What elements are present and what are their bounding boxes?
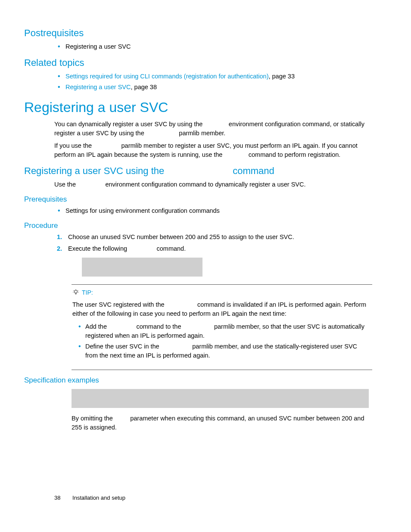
sub-heading: Registering a user SVC using the command bbox=[24, 165, 372, 177]
list-item: Define the user SVC in the parmlib membe… bbox=[72, 342, 370, 360]
paragraph: By omitting the parameter when executing… bbox=[72, 414, 372, 432]
main-heading: Registering a user SVC bbox=[24, 100, 372, 115]
page-footer: 38 Installation and setup bbox=[54, 495, 125, 501]
related-topics-heading: Related topics bbox=[24, 57, 372, 68]
paragraph: If you use the parmlib member to registe… bbox=[54, 141, 372, 159]
footer-section: Installation and setup bbox=[72, 495, 125, 501]
paragraph: You can dynamically register a user SVC … bbox=[54, 120, 372, 138]
step-text: Execute the following command. bbox=[68, 245, 186, 252]
list-item: Add the command to the parmlib member, s… bbox=[72, 322, 370, 340]
prerequisites-heading: Prerequisites bbox=[24, 195, 372, 204]
page-number: 38 bbox=[54, 495, 60, 501]
code-block bbox=[72, 389, 369, 408]
procedure-body: Choose an unused SVC number between 200 … bbox=[54, 233, 372, 277]
main-body: You can dynamically register a user SVC … bbox=[54, 120, 372, 159]
prerequisites-body: Settings for using environment configura… bbox=[54, 206, 372, 215]
lightbulb-icon bbox=[72, 289, 79, 296]
sub-body: Use the environment configuration comman… bbox=[54, 180, 372, 189]
tip-header: TIP: bbox=[72, 288, 370, 297]
list-item: Settings required for using CLI commands… bbox=[54, 72, 372, 81]
postrequisites-heading: Postrequisites bbox=[24, 28, 372, 39]
tip-paragraph: The user SVC registered with the command… bbox=[72, 300, 370, 318]
step-item: Execute the following command. bbox=[54, 244, 372, 277]
related-suffix-2: , page 38 bbox=[131, 84, 157, 90]
related-suffix-1: , page 33 bbox=[268, 73, 294, 80]
list-item: Registering a user SVC, page 38 bbox=[54, 83, 372, 92]
paragraph: Use the environment configuration comman… bbox=[54, 180, 372, 189]
related-topics-body: Settings required for using CLI commands… bbox=[54, 72, 372, 92]
postrequisites-body: Registering a user SVC bbox=[54, 42, 372, 51]
code-block bbox=[82, 258, 202, 277]
related-link-2[interactable]: Registering a user SVC bbox=[65, 84, 131, 90]
step-item: Choose an unused SVC number between 200 … bbox=[54, 233, 372, 242]
tip-wrapper: TIP: The user SVC registered with the co… bbox=[54, 284, 372, 370]
spec-heading: Specification examples bbox=[24, 376, 372, 385]
list-item: Registering a user SVC bbox=[54, 42, 372, 51]
spec-body: By omitting the parameter when executing… bbox=[54, 389, 372, 432]
page: Postrequisites Registering a user SVC Re… bbox=[0, 0, 411, 532]
tip-note: TIP: The user SVC registered with the co… bbox=[72, 284, 372, 370]
related-link-1[interactable]: Settings required for using CLI commands… bbox=[65, 73, 268, 80]
tip-label: TIP: bbox=[82, 288, 93, 297]
list-item: Settings for using environment configura… bbox=[54, 206, 372, 215]
procedure-heading: Procedure bbox=[24, 221, 372, 230]
svg-point-0 bbox=[75, 290, 78, 293]
